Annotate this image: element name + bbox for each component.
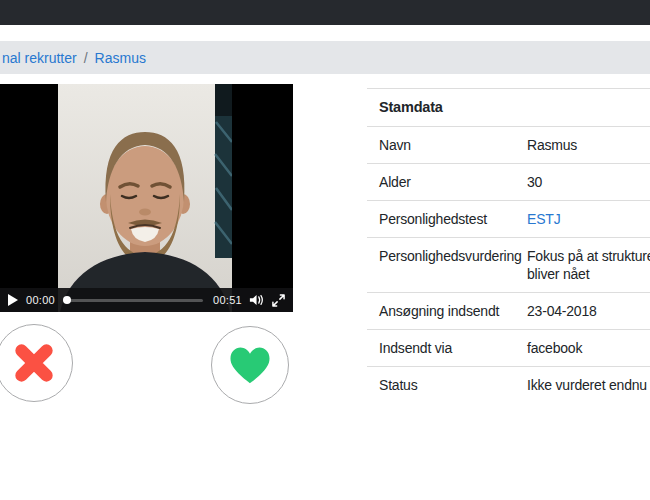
value-line: Fokus på at strukturere xyxy=(527,247,650,265)
volume-icon[interactable] xyxy=(249,293,265,307)
table-row: Personlighedsvurdering Fokus på at struk… xyxy=(367,237,650,292)
row-value: Ikke vurderet endnu xyxy=(527,367,650,403)
value-line: bliver nået xyxy=(527,265,650,283)
row-value: 23-04-2018 xyxy=(527,293,609,329)
x-icon xyxy=(11,340,57,386)
heart-icon xyxy=(228,345,272,385)
row-value: facebook xyxy=(527,330,594,366)
row-label: Ansøgning indsendt xyxy=(367,293,527,329)
wall-picture xyxy=(215,84,232,258)
table-row: Navn Rasmus xyxy=(367,126,650,163)
table-row: Alder 30 xyxy=(367,163,650,200)
fullscreen-icon[interactable] xyxy=(272,294,285,307)
table-header-row: Stamdata xyxy=(367,88,650,126)
breadcrumb-link-recruiter[interactable]: nal rekrutter xyxy=(2,50,77,66)
video-frame xyxy=(58,84,232,312)
table-row: Personlighedstest ESTJ xyxy=(367,200,650,237)
video-controls-bar: 00:00 00:51 xyxy=(0,288,293,312)
row-value: 30 xyxy=(527,164,554,200)
breadcrumb: nal rekrutter / Rasmus xyxy=(0,41,650,74)
row-label: Personlighedstest xyxy=(367,201,527,237)
table-title: Stamdata xyxy=(367,89,443,126)
current-time: 00:00 xyxy=(26,294,55,306)
row-value: Fokus på at strukturere bliver nået xyxy=(527,238,650,292)
row-label: Personlighedsvurdering xyxy=(367,238,527,274)
candidate-video-player[interactable]: 00:00 00:51 xyxy=(0,84,293,312)
seek-bar[interactable] xyxy=(63,299,203,302)
candidate-data-table: Stamdata Navn Rasmus Alder 30 Personligh… xyxy=(367,88,650,403)
reject-button[interactable] xyxy=(0,324,73,402)
like-button[interactable] xyxy=(211,326,289,404)
row-label: Indsendt via xyxy=(367,330,527,366)
top-navigation-bar xyxy=(0,0,650,25)
row-label: Alder xyxy=(367,164,527,200)
row-label: Navn xyxy=(367,127,527,163)
breadcrumb-link-candidate[interactable]: Rasmus xyxy=(95,50,146,66)
row-value: Rasmus xyxy=(527,127,589,163)
duration-time: 00:51 xyxy=(213,294,242,306)
breadcrumb-separator: / xyxy=(84,50,88,66)
personality-test-link[interactable]: ESTJ xyxy=(527,201,572,237)
seek-handle[interactable] xyxy=(63,296,71,304)
table-row: Status Ikke vurderet endnu xyxy=(367,366,650,403)
candidate-video-still xyxy=(58,84,232,312)
table-row: Ansøgning indsendt 23-04-2018 xyxy=(367,292,650,329)
table-row: Indsendt via facebook xyxy=(367,329,650,366)
row-label: Status xyxy=(367,367,527,403)
play-icon[interactable] xyxy=(8,294,18,306)
